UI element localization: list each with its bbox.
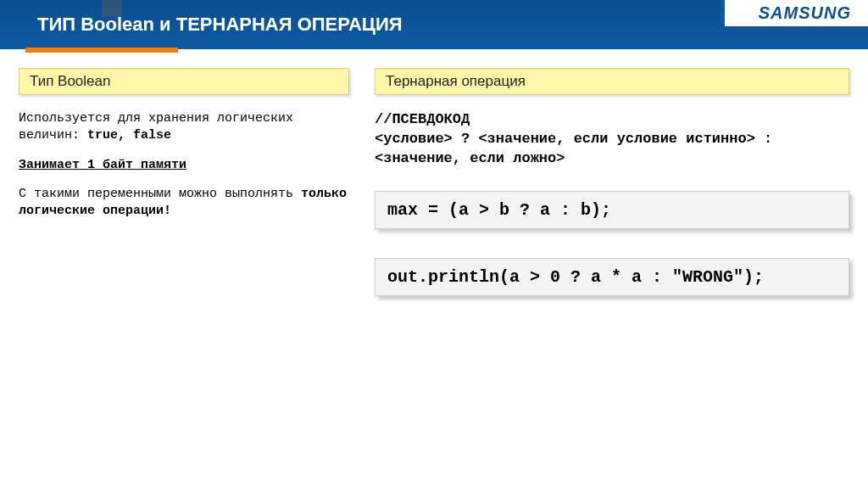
- code-example-2: out.println(a > 0 ? a * a : "WRONG");: [375, 258, 849, 296]
- slide-title: ТИП Boolean и ТЕРНАРНАЯ ОПЕРАЦИЯ: [37, 14, 403, 36]
- left-p1-code: true, false: [87, 128, 171, 143]
- label-ternary: Тернарная операция: [375, 68, 849, 95]
- left-text: Используется для хранения логических вел…: [19, 110, 349, 220]
- left-p3-prefix: С такими переменными можно выполнять: [19, 187, 301, 201]
- pseudo-line2: <условие> ? <значение, если условие исти…: [375, 130, 849, 169]
- left-p2: Занимает 1 байт памяти: [19, 157, 349, 174]
- logo-wrap: SAMSUNG: [721, 0, 868, 26]
- label-boolean-type: Тип Boolean: [19, 68, 349, 95]
- pseudo-line1: //ПСЕВДОКОД: [375, 110, 849, 130]
- code-example-1: max = (a > b ? a : b);: [375, 191, 849, 229]
- content-area: Тип Boolean Используется для хранения ло…: [0, 49, 868, 325]
- accent-bar: [25, 48, 178, 53]
- left-column: Тип Boolean Используется для хранения ло…: [19, 68, 349, 325]
- left-p3: С такими переменными можно выполнять тол…: [19, 186, 349, 221]
- left-p1: Используется для хранения логических вел…: [19, 110, 349, 145]
- samsung-logo: SAMSUNG: [759, 3, 851, 22]
- slide-header: ТИП Boolean и ТЕРНАРНАЯ ОПЕРАЦИЯ SAMSUNG: [0, 0, 868, 49]
- pseudo-code: //ПСЕВДОКОД <условие> ? <значение, если …: [375, 110, 849, 169]
- right-column: Тернарная операция //ПСЕВДОКОД <условие>…: [375, 68, 849, 325]
